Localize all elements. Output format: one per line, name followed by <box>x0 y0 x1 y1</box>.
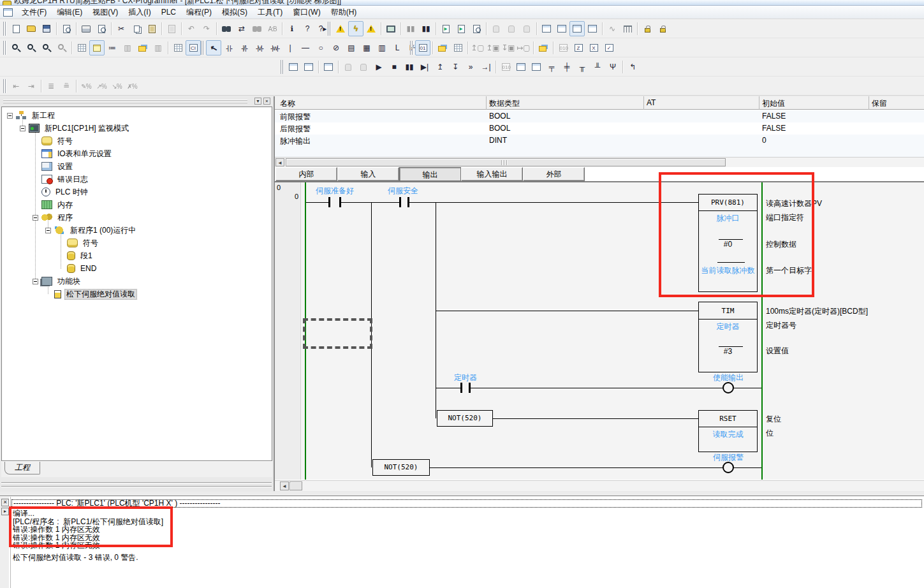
menu-item-simulation[interactable]: 模拟(S) <box>217 6 253 18</box>
show-rung-list-button[interactable]: ≔ <box>105 40 120 55</box>
grid-window-button[interactable] <box>450 40 466 55</box>
tree-item-label[interactable]: END <box>78 263 98 274</box>
comb-2-button[interactable]: ╪ <box>559 59 575 75</box>
tree-item-label[interactable]: 新程序1 (00)运行中 <box>68 225 138 236</box>
run-to-cursor-button[interactable]: ▶| <box>417 59 432 75</box>
tim-operand2[interactable]: #3 <box>699 347 757 356</box>
cut-button[interactable]: ✂ <box>114 21 129 36</box>
output-close-button[interactable]: ✕ <box>1 499 9 506</box>
undo-button[interactable]: ↶ <box>184 21 199 36</box>
monitor-button[interactable] <box>383 21 399 36</box>
address-stack-button[interactable] <box>435 40 450 55</box>
zoom-fit-button[interactable] <box>8 40 24 55</box>
toolbar-gripper[interactable] <box>327 22 332 36</box>
preview-button[interactable] <box>94 21 109 36</box>
comb-1-button[interactable]: ╤ <box>544 59 559 75</box>
var-tab-外部[interactable]: 外部 <box>523 167 585 181</box>
pulse-c-button[interactable] <box>529 59 544 75</box>
contact3-bar[interactable] <box>460 383 462 393</box>
menu-item-view[interactable]: 视图(V) <box>87 6 123 18</box>
split-window-button[interactable] <box>286 59 301 75</box>
paste-special-button[interactable] <box>164 21 179 36</box>
edit-percent-2-button[interactable]: ↗% <box>94 78 109 94</box>
toolbar-gripper[interactable] <box>409 41 414 55</box>
align-list-button[interactable]: ≣ <box>43 78 59 94</box>
edit-percent-1-button[interactable]: ✎% <box>78 78 94 94</box>
step-in-button[interactable]: ↥ <box>432 59 448 75</box>
run-sim-button[interactable]: ▶ <box>371 59 386 75</box>
menu-item-tools[interactable]: 工具(T) <box>253 6 288 18</box>
save-file-button[interactable] <box>39 21 54 36</box>
tim-operand1[interactable]: 定时器 <box>699 321 757 332</box>
io-comment-view-button[interactable]: 01 <box>415 40 430 55</box>
find-replace-button[interactable]: ⇄ <box>234 21 249 36</box>
show-monitor-button[interactable]: ▥ <box>120 40 135 55</box>
split-window-2-button[interactable] <box>301 59 316 75</box>
ladder-diagram[interactable]: 0 0 伺服准备好 伺服安全 <box>275 182 924 480</box>
stop-sim-button[interactable]: ■ <box>386 59 402 75</box>
tree-item-label[interactable]: 错误日志 <box>55 174 90 185</box>
cascade-button[interactable] <box>321 59 336 75</box>
rset-instruction-block[interactable]: RSET 读取完成 <box>698 410 758 452</box>
show-next-button[interactable]: ▥ <box>150 40 166 55</box>
tree-item-label[interactable]: 功能块 <box>55 276 82 287</box>
compare-with-plc-button[interactable] <box>469 21 484 36</box>
var-tab-内部[interactable]: 内部 <box>275 167 337 181</box>
tree-item-plc-node[interactable]: 新PLC1[CP1H] 监视模式 <box>20 122 131 135</box>
win-010-button[interactable]: 010 <box>555 40 571 55</box>
tree-item-section-end[interactable]: END <box>58 262 98 275</box>
force-cancel-button[interactable] <box>519 21 534 36</box>
contact3-bar[interactable] <box>469 383 471 393</box>
col-datatype[interactable]: 数据类型 <box>489 98 520 109</box>
var-tab-输入输出[interactable]: 输入输出 <box>461 167 523 181</box>
new-contact-nc-button[interactable]: -|/|- <box>237 40 252 55</box>
contact3-label[interactable]: 定时器 <box>454 372 477 383</box>
pulse-a-button[interactable]: 010 <box>498 59 513 75</box>
tree-item-label[interactable]: PLC 时钟 <box>54 187 90 198</box>
pause-at-2-button[interactable] <box>356 59 371 75</box>
print-button[interactable] <box>78 21 94 36</box>
pulse-b-button[interactable] <box>513 59 529 75</box>
not1-block[interactable]: NOT(520) <box>437 410 493 427</box>
watch-sheet-2-button[interactable] <box>585 21 600 36</box>
about-button[interactable]: ℹ <box>284 21 300 36</box>
new-coil-button[interactable]: ○ <box>313 40 328 55</box>
watch-window-2-button[interactable] <box>554 21 569 36</box>
step-over-button[interactable]: ↧ <box>448 59 463 75</box>
cross-reference-button[interactable] <box>536 40 551 55</box>
tree-expander[interactable] <box>7 113 13 119</box>
coil1[interactable] <box>722 382 734 393</box>
tree-item-fb-instance[interactable]: 松下伺服绝对值读取 <box>45 288 137 300</box>
contact2-label[interactable]: 伺服安全 <box>388 186 418 196</box>
return-icon-button[interactable]: ↰ <box>625 59 640 75</box>
step-out-button[interactable]: » <box>463 59 478 75</box>
find-next-button[interactable] <box>249 21 265 36</box>
compile-all-button[interactable] <box>363 21 379 36</box>
set-protect-button[interactable] <box>640 21 655 36</box>
project-tree-header[interactable]: ▼ ✕ <box>1 97 273 107</box>
tree-item-program-symbols[interactable]: 符号 <box>58 237 100 249</box>
release-protect-button[interactable] <box>655 21 670 36</box>
tree-item-label[interactable]: 内存 <box>55 200 75 210</box>
var-tab-输出[interactable]: 输出 <box>399 167 461 181</box>
tree-item-label[interactable]: 设置 <box>55 161 75 172</box>
tree-expander[interactable] <box>20 126 26 131</box>
show-rung-button[interactable] <box>135 40 150 55</box>
toolbar-gripper[interactable] <box>3 79 7 93</box>
menu-item-edit[interactable]: 编辑(E) <box>52 6 87 18</box>
tree-item-label[interactable]: 符号 <box>55 136 75 147</box>
contact2-bar[interactable] <box>399 197 401 207</box>
tree-item-settings[interactable]: 设置 <box>33 160 75 173</box>
work-online-button[interactable]: ϟ <box>348 21 363 36</box>
col-init[interactable]: 初始值 <box>762 98 785 109</box>
tree-expander[interactable] <box>33 215 38 221</box>
scroll-left-button[interactable]: ◄ <box>280 481 289 490</box>
pane-menu-button[interactable]: ▼ <box>254 98 261 105</box>
mdi-child-icon[interactable] <box>3 8 13 17</box>
new-coil-nc-button[interactable]: ⊘ <box>328 40 344 55</box>
new-instruction-3-button[interactable]: ▥ <box>374 40 390 55</box>
menu-item-insert[interactable]: 插入(I) <box>123 6 156 18</box>
pause-monitor-button[interactable]: ▮▮ <box>403 21 418 36</box>
symbol-table-hscrollbar[interactable]: ◄ <box>275 157 924 167</box>
tree-item-symbols[interactable]: 符号 <box>33 135 75 147</box>
